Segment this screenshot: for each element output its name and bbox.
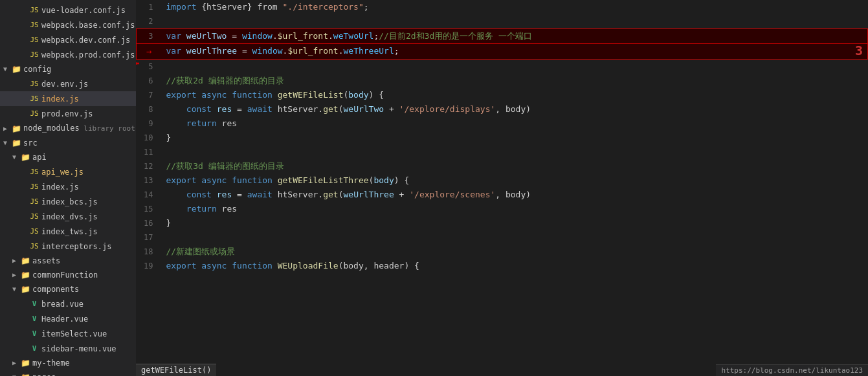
code-line-16: 16}: [137, 216, 868, 230]
sidebar-label-config-folder: config: [23, 63, 136, 76]
js-icon-webpack-prod: JS: [28, 48, 40, 61]
sidebar-label-node-modules: node_modules library root: [23, 122, 136, 135]
vue-icon-bread-vue: V: [28, 297, 40, 311]
sidebar-item-prod-env[interactable]: JSprod.env.js: [0, 106, 136, 121]
sidebar-item-index-bcs[interactable]: JSindex_bcs.js: [0, 194, 136, 209]
code-line-2: 2: [137, 14, 868, 29]
sidebar-item-index-dvs[interactable]: JSindex_dvs.js: [0, 209, 136, 224]
sidebar-label-my-theme-folder: my-theme: [32, 357, 136, 370]
code-lines: 1import {htServer} from "./interceptors"…: [136, 0, 868, 273]
sidebar-item-sidebar-menu-vue[interactable]: Vsidebar-menu.vue: [0, 341, 136, 356]
sidebar-label-assets-folder: assets: [32, 254, 136, 267]
sidebar-item-dev-env[interactable]: JSdev.env.js: [0, 76, 136, 91]
line-content-12: //获取3d 编辑器的图纸的目录: [161, 159, 868, 173]
line-number-10: 10: [137, 131, 161, 145]
js-icon-interceptors: JS: [28, 239, 40, 253]
line-content-1: import {htServer} from "./interceptors";: [161, 0, 868, 14]
code-line-7: 7export async function getWEFileList(bod…: [137, 88, 868, 102]
sidebar-label-item-select-vue: itemSelect.vue: [41, 327, 136, 340]
sidebar-item-node-modules[interactable]: ▶📁node_modules library root: [0, 121, 136, 136]
sidebar-item-index-tws[interactable]: JSindex_tws.js: [0, 224, 136, 239]
line-number-15: 15: [137, 202, 161, 216]
js-icon-index-bcs: JS: [28, 195, 40, 208]
sidebar-item-api-we[interactable]: JSapi_we.js: [0, 164, 136, 179]
sidebar-item-bread-vue[interactable]: Vbread.vue: [0, 296, 136, 311]
line-number-8: 8: [137, 102, 161, 116]
sidebar-label-src-folder: src: [23, 137, 136, 149]
sidebar-item-webpack-base[interactable]: JSwebpack.base.conf.js: [0, 17, 136, 32]
file-tree[interactable]: JSvue-loader.conf.jsJSwebpack.base.conf.…: [0, 0, 136, 376]
js-icon-vue-loader: JS: [28, 3, 40, 17]
line-number-19: 19: [137, 259, 161, 273]
sidebar-label-interceptors: interceptors.js: [41, 240, 136, 253]
sidebar-item-webpack-prod[interactable]: JSwebpack.prod.conf.js: [0, 47, 136, 62]
sidebar-item-vue-loader[interactable]: JSvue-loader.conf.js: [0, 3, 136, 17]
sidebar-item-item-select-vue[interactable]: VitemSelect.vue: [0, 326, 136, 341]
folder-icon-assets-folder: 📁: [19, 254, 31, 267]
sidebar-item-config-folder[interactable]: ▼📁config: [0, 62, 136, 76]
code-line-3: 3var weUrlTwo = window.$url_front.weTwoU…: [137, 29, 868, 44]
folder-icon-config-folder: 📁: [10, 63, 22, 76]
tree-arrow-common-folder: ▶: [9, 269, 19, 282]
js-icon-prod-env: JS: [28, 107, 40, 120]
sidebar-item-assets-folder[interactable]: ▶📁assets: [0, 254, 136, 268]
line-content-18: //新建图纸或场景: [161, 245, 868, 259]
line-content-5: [161, 60, 868, 74]
code-line-17: 17: [137, 230, 868, 245]
code-line-14: 14 const res = await htServer.get(weUrlT…: [137, 188, 868, 202]
sidebar-item-my-theme-folder[interactable]: ▶📁my-theme: [0, 356, 136, 370]
folder-icon-pages-folder: 📁: [19, 371, 31, 376]
line-number-3: 3: [137, 29, 161, 44]
sidebar-label-sidebar-menu-vue: sidebar-menu.vue: [41, 342, 136, 355]
sidebar-label-api-we: api_we.js: [41, 166, 136, 179]
line-number-2: 2: [137, 14, 161, 29]
line-number-12: 12: [137, 159, 161, 173]
sidebar-label-header-vue: Header.vue: [41, 313, 136, 326]
js-icon-webpack-dev: JS: [28, 33, 40, 47]
sidebar-label-index-js-api: index.js: [41, 181, 136, 194]
call-tip: getWEFileList(): [136, 364, 216, 376]
line-number-6: 6: [137, 74, 161, 88]
tree-arrow-config-folder: ▼: [0, 63, 10, 76]
sidebar-item-src-folder[interactable]: ▼📁src: [0, 136, 136, 150]
sidebar-item-webpack-dev[interactable]: JSwebpack.dev.conf.js: [0, 32, 136, 47]
line-content-4: var weUrlThree = window.$url_front.weThr…: [161, 44, 868, 60]
sidebar-label-pages-folder: pages: [32, 371, 136, 376]
code-line-12: 12//获取3d 编辑器的图纸的目录: [137, 159, 868, 173]
sidebar-item-api-folder[interactable]: ▼📁api: [0, 150, 136, 164]
code-line-19: 19export async function WEUploadFile(bod…: [137, 259, 868, 273]
sidebar-label-prod-env: prod.env.js: [41, 107, 136, 120]
sidebar-label-common-folder: commonFunction: [32, 269, 136, 282]
status-bar: https://blog.csdn.net/likuntao123: [716, 364, 868, 376]
sidebar-label-webpack-base: webpack.base.conf.js: [41, 19, 136, 32]
sidebar-label-components-folder: components: [32, 283, 136, 296]
sidebar-item-pages-folder[interactable]: ▼📁pages: [0, 370, 136, 376]
sidebar-item-interceptors[interactable]: JSinterceptors.js: [0, 239, 136, 254]
sidebar-item-index-js-config[interactable]: JSindex.js: [0, 91, 136, 106]
folder-icon-components-folder: 📁: [19, 283, 31, 296]
line-number-4: →: [137, 44, 161, 60]
line-content-13: export async function getWEFileListThree…: [161, 173, 868, 188]
sidebar-label-index-tws: index_tws.js: [41, 225, 136, 238]
sidebar-item-common-folder[interactable]: ▶📁commonFunction: [0, 268, 136, 282]
sidebar-item-index-js-api[interactable]: JSindex.js: [0, 179, 136, 194]
sidebar-item-header-vue[interactable]: VHeader.vue: [0, 311, 136, 326]
code-line-11: 11: [137, 145, 868, 159]
line-number-11: 11: [137, 145, 161, 159]
folder-icon-node-modules: 📁: [10, 122, 22, 135]
line-content-7: export async function getWEFileList(body…: [161, 88, 868, 102]
line-content-17: [161, 230, 868, 245]
line-number-17: 17: [137, 230, 161, 245]
folder-icon-src-folder: 📁: [10, 137, 22, 149]
line-number-5: 5: [137, 60, 161, 74]
tree-arrow-my-theme-folder: ▶: [9, 357, 19, 370]
line-content-15: return res: [161, 202, 868, 216]
js-icon-index-js-config: JS: [28, 92, 40, 105]
sidebar-item-components-folder[interactable]: ▼📁components: [0, 282, 136, 296]
sidebar-label-index-js-config: index.js: [41, 93, 136, 105]
js-icon-index-dvs: JS: [28, 210, 40, 223]
code-line-4: →var weUrlThree = window.$url_front.weTh…: [137, 44, 868, 60]
line-content-19: export async function WEUploadFile(body,…: [161, 259, 868, 273]
code-line-9: 9 return res: [137, 116, 868, 131]
line-number-13: 13: [137, 173, 161, 188]
